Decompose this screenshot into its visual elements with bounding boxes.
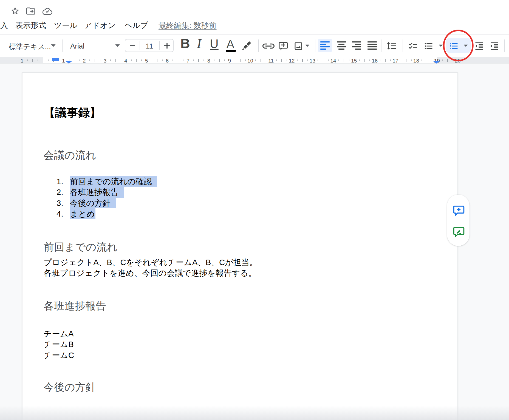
outdent-button[interactable] <box>474 41 484 51</box>
ruler-number: 16 <box>372 58 378 64</box>
ruler-tick <box>427 59 427 62</box>
ruler-tick <box>48 59 49 61</box>
underline-button[interactable]: U <box>210 37 219 51</box>
italic-button[interactable]: I <box>197 36 201 51</box>
doc-title: 【議事録】 <box>44 105 101 120</box>
font-select[interactable]: Arial <box>70 42 84 50</box>
ruler-tick <box>261 59 261 62</box>
doc-team-line: チームC <box>44 350 74 361</box>
ruler-number: 1 <box>21 58 24 64</box>
doc-team-line: チームB <box>44 339 74 350</box>
ruler-number: 5 <box>145 58 148 64</box>
chevron-down-icon[interactable] <box>464 44 468 47</box>
list-item: 2. 各班進捗報告 <box>22 187 269 198</box>
first-line-indent-marker[interactable] <box>52 58 59 61</box>
ruler-number: 11 <box>268 58 274 64</box>
menu-format[interactable]: 表示形式 <box>15 20 46 31</box>
checklist-button[interactable] <box>408 41 418 51</box>
ruler-tick <box>422 59 422 61</box>
list-item: 3. 今後の方針 <box>22 198 269 209</box>
left-indent-marker[interactable] <box>65 61 72 64</box>
ruler-tick <box>323 59 323 62</box>
ruler-tick <box>89 59 90 61</box>
star-icon[interactable] <box>11 7 19 15</box>
ruler-tick <box>338 59 339 61</box>
list-number: 1. <box>56 176 63 187</box>
line-spacing-button[interactable] <box>386 41 397 51</box>
chevron-down-icon[interactable] <box>305 44 309 47</box>
list-item-text: 今後の方針 <box>70 198 116 208</box>
doc-team-line: チームA <box>44 328 74 339</box>
bold-button[interactable]: B <box>180 36 190 51</box>
numbered-list-button[interactable] <box>449 41 459 51</box>
toolbar: 標準テキス... Arial 11 B I U A <box>0 35 509 57</box>
ruler-tick <box>442 59 443 61</box>
ruler-tick <box>364 59 365 62</box>
ruler-number: 10 <box>247 58 253 64</box>
document-canvas: 【議事録】 会議の流れ 1. 前回までの流れの確認 2. 各班進捗報告 3. 今… <box>0 64 509 420</box>
toolbar-divider <box>62 39 63 52</box>
add-comment-icon[interactable] <box>278 41 288 51</box>
align-justify-button[interactable] <box>367 41 377 50</box>
ruler-tick <box>95 59 95 62</box>
titlebar <box>0 0 509 16</box>
ruler-tick <box>74 59 74 62</box>
suggest-edits-button[interactable] <box>453 226 465 238</box>
add-comment-button[interactable] <box>453 205 465 217</box>
ruler-tick <box>266 59 266 61</box>
right-indent-marker[interactable] <box>433 61 440 64</box>
font-size-value[interactable]: 11 <box>140 42 159 50</box>
ruler-tick <box>183 59 183 61</box>
decrease-font-size-button[interactable] <box>129 45 136 47</box>
folder-move-icon[interactable] <box>26 7 35 15</box>
ruler-tick <box>255 59 256 61</box>
increase-font-size-button[interactable] <box>164 42 170 49</box>
menu-addons[interactable]: アドオン <box>84 20 116 31</box>
insert-image-icon[interactable] <box>293 41 303 51</box>
insert-link-icon[interactable] <box>262 42 275 50</box>
ruler-tick <box>240 59 241 62</box>
ruler-tick <box>276 59 277 61</box>
list-item: 4. まとめ <box>22 208 269 219</box>
cloud-check-icon <box>42 8 52 15</box>
paragraph-style-select[interactable]: 標準テキス... <box>9 42 51 52</box>
ruler-number: 6 <box>166 58 169 64</box>
ruler-tick <box>162 59 163 61</box>
chevron-down-icon[interactable] <box>439 44 443 47</box>
align-right-button[interactable] <box>352 41 361 50</box>
menu-help[interactable]: ヘルプ <box>125 20 148 31</box>
doc-heading-prev: 前回までの流れ <box>44 240 118 254</box>
list-number: 2. <box>56 187 63 197</box>
text-color-bar <box>226 50 236 52</box>
font-size-group: 11 <box>125 39 174 52</box>
ruler-tick <box>115 59 116 62</box>
text-color-button[interactable]: A <box>227 38 234 51</box>
ruler-tick <box>131 59 132 61</box>
indent-button[interactable] <box>489 41 500 51</box>
list-number: 4. <box>56 208 63 219</box>
chevron-down-icon[interactable] <box>115 44 120 47</box>
highlight-color-icon[interactable] <box>241 41 252 51</box>
ruler-tick <box>27 59 28 61</box>
menu-insert[interactable]: 挿入 <box>0 20 8 31</box>
ruler-tick <box>287 59 287 61</box>
ruler-number: 3 <box>104 58 107 64</box>
document-page[interactable]: 【議事録】 会議の流れ 1. 前回までの流れの確認 2. 各班進捗報告 3. 今… <box>22 72 458 420</box>
list-item-text: 各班進捗報告 <box>70 187 124 197</box>
ruler-tick <box>32 59 33 62</box>
ruler-tick <box>157 59 157 62</box>
chevron-down-icon[interactable] <box>51 44 56 47</box>
ruler-number: 20 <box>455 58 460 64</box>
ruler-number: 12 <box>289 58 295 64</box>
ruler-number: 13 <box>310 58 315 64</box>
ruler-tick <box>385 59 386 62</box>
ruler-number: 4 <box>124 58 127 64</box>
align-center-button[interactable] <box>337 41 346 50</box>
bulleted-list-button[interactable] <box>423 41 434 51</box>
last-edited-link[interactable]: 最終編集: 数秒前 <box>159 20 217 31</box>
ruler-tick <box>411 59 412 61</box>
ruler-tick <box>245 59 246 61</box>
menu-tools[interactable]: ツール <box>54 20 77 31</box>
align-left-button[interactable] <box>320 41 330 50</box>
doc-paragraph-line: プロジェクトA、B、CをそれぞれチームA、B、Cが担当。 <box>44 257 258 268</box>
